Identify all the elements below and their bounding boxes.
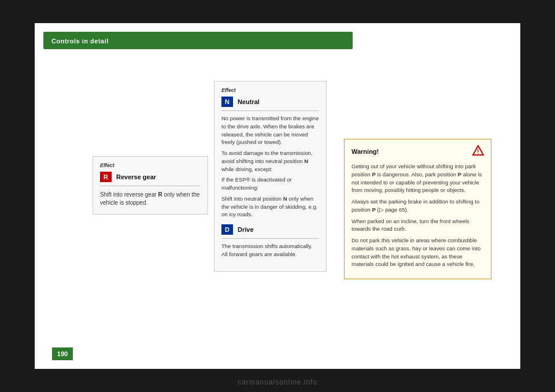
warning-para4: Do not park this vehicle in areas where … [352, 236, 484, 268]
warning-para2: Always set the parking brake in addition… [352, 198, 484, 214]
logo-text: carmanualsonline.info [238, 378, 317, 386]
neutral-desc: No power is transmitted from the engine … [221, 114, 319, 219]
reverse-effect-label: Effect [100, 162, 201, 168]
card-warning: Warning! ! Getting out of your vehicle w… [344, 139, 491, 279]
reverse-title: Reverse gear [116, 173, 156, 180]
warning-text: Getting out of your vehicle without shif… [352, 162, 484, 268]
reverse-badge: R [100, 172, 112, 182]
card-reverse: Effect R Reverse gear Shift into reverse… [92, 156, 208, 215]
page-number: 190 [52, 347, 73, 360]
reverse-desc: Shift into reverse gear R only when the … [100, 191, 201, 207]
warning-header: Warning! ! [352, 145, 484, 158]
reverse-gear-row: R Reverse gear [100, 172, 201, 186]
bottom-logo: carmanualsonline.info [238, 378, 317, 386]
warning-triangle-icon: ! [472, 145, 484, 158]
main-effect-label: Effect [221, 87, 319, 93]
neutral-gear-row: N Neutral [221, 97, 319, 111]
drive-para1: The transmission shifts automatically. A… [221, 242, 319, 258]
header-label: Controls in detail [51, 38, 109, 45]
neutral-badge: N [221, 97, 233, 107]
neutral-para3: If the ESP® is deactivated or malfunctio… [221, 176, 319, 192]
neutral-para2: To avoid damage to the transmission, avo… [221, 149, 319, 173]
card-main: Effect N Neutral No power is transmitted… [214, 81, 327, 272]
drive-gear-row: D Drive [221, 224, 319, 239]
neutral-para1: No power is transmitted from the engine … [221, 114, 319, 146]
drive-desc: The transmission shifts automatically. A… [221, 242, 319, 258]
warning-title: Warning! [352, 148, 379, 155]
header-bar: Controls in detail [43, 32, 353, 49]
drive-badge: D [221, 224, 233, 235]
warning-para1: Getting out of your vehicle without shif… [352, 162, 484, 194]
drive-title: Drive [238, 226, 254, 233]
warning-para3: When parked on an incline, turn the fron… [352, 217, 484, 234]
svg-text:!: ! [477, 149, 479, 155]
neutral-section: N Neutral No power is transmitted from t… [221, 97, 319, 219]
neutral-title: Neutral [238, 98, 260, 105]
neutral-para4: Shift into neutral position N only when … [221, 195, 319, 219]
drive-section: D Drive The transmission shifts automati… [221, 224, 319, 258]
